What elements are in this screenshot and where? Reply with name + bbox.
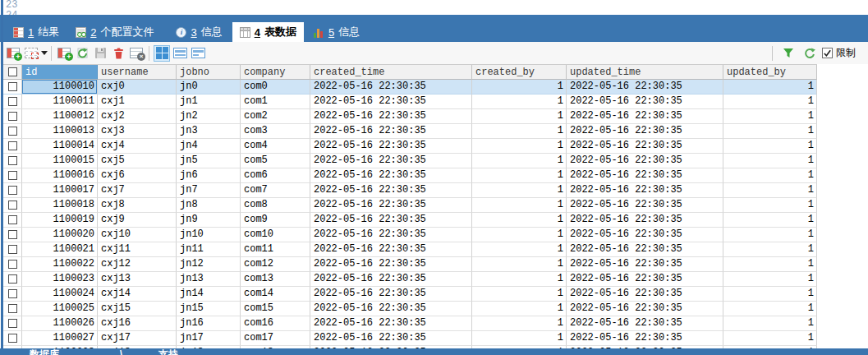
cell-created-time[interactable]: 2022-05-16 22:30:35 — [310, 109, 472, 124]
cell-updated-time[interactable]: 2022-05-16 22:30:35 — [567, 242, 723, 257]
cell-jobno[interactable]: jn4 — [177, 139, 241, 154]
table-row[interactable]: 1100010 cxj0 jn0 com0 2022-05-16 22:30:3… — [3, 80, 817, 95]
tab-profiles[interactable]: 2 个配置文件 — [68, 22, 161, 42]
post-changes-button[interactable]: + — [55, 44, 73, 62]
row-checkbox-cell[interactable] — [3, 80, 22, 95]
limit-checkbox[interactable] — [822, 48, 833, 58]
cell-company[interactable]: com10 — [241, 228, 310, 242]
row-checkbox-cell[interactable] — [3, 257, 22, 272]
cell-jobno[interactable]: jn8 — [177, 198, 241, 213]
cell-updated-time[interactable]: 2022-05-16 22:30:35 — [567, 198, 723, 213]
cell-username[interactable]: cxj0 — [98, 80, 177, 95]
cell-company[interactable]: com3 — [241, 124, 310, 139]
cell-updated-time[interactable]: 2022-05-16 22:30:35 — [567, 154, 723, 168]
column-header-created-by[interactable]: created_by — [472, 65, 567, 80]
row-checkbox[interactable] — [8, 215, 17, 224]
row-checkbox-cell[interactable] — [3, 287, 22, 302]
tab-info-3[interactable]: i 3 信息 — [168, 22, 229, 42]
row-checkbox-cell[interactable] — [3, 183, 22, 198]
cell-updated-by[interactable]: 1 — [723, 242, 817, 257]
cell-updated-time[interactable]: 2022-05-16 22:30:35 — [567, 168, 723, 183]
column-header-company[interactable]: company — [241, 65, 310, 80]
tab-table-data[interactable]: 4 表数据 — [232, 22, 304, 42]
table-row[interactable]: 1100013 cxj3 jn3 com3 2022-05-16 22:30:3… — [3, 124, 817, 139]
cell-updated-time[interactable]: 2022-05-16 22:30:35 — [567, 257, 723, 272]
table-row[interactable]: 1100011 cxj1 jn1 com1 2022-05-16 22:30:3… — [3, 95, 817, 109]
cell-username[interactable]: cxj14 — [98, 287, 177, 302]
cell-created-time[interactable]: 2022-05-16 22:30:35 — [310, 80, 472, 95]
cell-created-by[interactable]: 1 — [472, 228, 567, 242]
cell-company[interactable]: com0 — [241, 80, 310, 95]
cell-username[interactable]: cxj3 — [98, 124, 177, 139]
table-row[interactable]: 1100025 cxj15 jn15 com15 2022-05-16 22:3… — [3, 302, 817, 316]
tab-result[interactable]: 1 结果 — [6, 22, 67, 42]
row-checkbox[interactable] — [8, 260, 17, 269]
cell-id[interactable]: 1100016 — [22, 168, 98, 183]
cell-username[interactable]: cxj8 — [98, 198, 177, 213]
table-row[interactable]: 1100026 cxj16 jn16 com16 2022-05-16 22:3… — [3, 316, 817, 331]
table-row[interactable]: 1100021 cxj11 jn11 com11 2022-05-16 22:3… — [3, 242, 817, 257]
row-checkbox-cell[interactable] — [3, 124, 22, 139]
cell-created-time[interactable]: 2022-05-16 22:30:35 — [310, 287, 472, 302]
cell-updated-time[interactable]: 2022-05-16 22:30:35 — [567, 213, 723, 228]
column-header-updated-by[interactable]: updated_by — [723, 65, 817, 80]
cell-username[interactable]: cxj10 — [98, 228, 177, 242]
row-checkbox[interactable] — [8, 156, 17, 165]
cell-updated-by[interactable]: 1 — [723, 95, 817, 109]
cell-id[interactable]: 1100013 — [22, 124, 98, 139]
cell-username[interactable]: cxj13 — [98, 272, 177, 287]
cell-jobno[interactable]: jn12 — [177, 257, 241, 272]
cell-updated-by[interactable]: 1 — [723, 213, 817, 228]
cell-created-time[interactable]: 2022-05-16 22:30:35 — [310, 272, 472, 287]
cell-company[interactable]: com6 — [241, 168, 310, 183]
row-checkbox[interactable] — [8, 201, 17, 210]
cell-company[interactable]: com9 — [241, 213, 310, 228]
cell-created-time[interactable]: 2022-05-16 22:30:35 — [310, 228, 472, 242]
cell-jobno[interactable]: jn13 — [177, 272, 241, 287]
row-checkbox[interactable] — [8, 245, 17, 254]
cell-company[interactable]: com7 — [241, 183, 310, 198]
cell-company[interactable]: com15 — [241, 302, 310, 316]
cell-jobno[interactable]: jn6 — [177, 168, 241, 183]
row-checkbox-cell[interactable] — [3, 302, 22, 316]
cell-created-by[interactable]: 1 — [472, 302, 567, 316]
filter-button[interactable] — [779, 44, 797, 62]
cell-created-by[interactable]: 1 — [472, 331, 567, 346]
row-checkbox-cell[interactable] — [3, 109, 22, 124]
cell-updated-by[interactable]: 1 — [723, 80, 817, 95]
cell-created-by[interactable]: 1 — [472, 183, 567, 198]
cell-id[interactable]: 1100011 — [22, 95, 98, 109]
cell-jobno[interactable]: jn9 — [177, 213, 241, 228]
table-row[interactable]: 1100017 cxj7 jn7 com7 2022-05-16 22:30:3… — [3, 183, 817, 198]
cell-updated-time[interactable]: 2022-05-16 22:30:35 — [567, 139, 723, 154]
cell-created-time[interactable]: 2022-05-16 22:30:35 — [310, 331, 472, 346]
row-checkbox-cell[interactable] — [3, 168, 22, 183]
column-header-updated-time[interactable]: updated_time — [567, 65, 723, 80]
cell-id[interactable]: 1100017 — [22, 183, 98, 198]
cell-created-by[interactable]: 1 — [472, 257, 567, 272]
table-row[interactable]: 1100019 cxj9 jn9 com9 2022-05-16 22:30:3… — [3, 213, 817, 228]
cell-updated-time[interactable]: 2022-05-16 22:30:35 — [567, 331, 723, 346]
cell-created-time[interactable]: 2022-05-16 22:30:35 — [310, 139, 472, 154]
cell-username[interactable]: cxj12 — [98, 257, 177, 272]
cell-jobno[interactable]: jn10 — [177, 228, 241, 242]
cell-updated-time[interactable]: 2022-05-16 22:30:35 — [567, 183, 723, 198]
cell-id[interactable]: 1100025 — [22, 302, 98, 316]
cell-jobno[interactable]: jn16 — [177, 316, 241, 331]
cell-company[interactable]: com4 — [241, 139, 310, 154]
cell-created-by[interactable]: 1 — [472, 198, 567, 213]
column-header-created-time[interactable]: created_time — [310, 65, 472, 80]
table-row[interactable]: 1100024 cxj14 jn14 com14 2022-05-16 22:3… — [3, 287, 817, 302]
cell-updated-by[interactable]: 1 — [723, 109, 817, 124]
column-header-username[interactable]: username — [98, 65, 177, 80]
table-row[interactable]: 1100014 cxj4 jn4 com4 2022-05-16 22:30:3… — [3, 139, 817, 154]
cell-created-by[interactable]: 1 — [472, 242, 567, 257]
cell-updated-by[interactable]: 1 — [723, 228, 817, 242]
duplicate-row-button[interactable] — [22, 44, 40, 62]
table-row[interactable]: 1100016 cxj6 jn6 com6 2022-05-16 22:30:3… — [3, 168, 817, 183]
cell-id[interactable]: 1100014 — [22, 139, 98, 154]
row-checkbox[interactable] — [8, 304, 17, 313]
select-all-checkbox[interactable] — [8, 67, 17, 76]
cell-updated-by[interactable]: 1 — [723, 124, 817, 139]
table-row[interactable]: 1100022 cxj12 jn12 com12 2022-05-16 22:3… — [3, 257, 817, 272]
